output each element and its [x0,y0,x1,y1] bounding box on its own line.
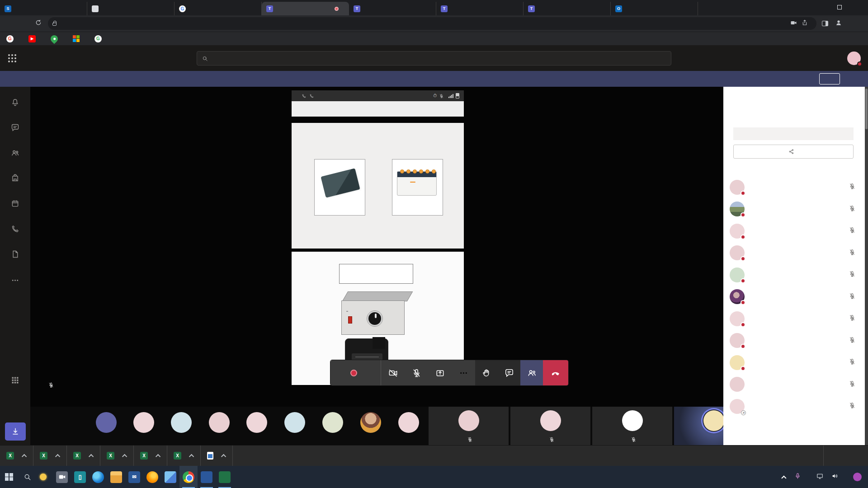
weather-widget[interactable] [36,474,53,480]
tab-close-icon[interactable] [167,8,170,9]
participant-row[interactable] [723,220,865,242]
download-menu-icon[interactable] [22,454,27,459]
show-participants-button[interactable] [520,360,543,385]
sidebar-item-apps[interactable] [0,368,30,394]
download-menu-icon[interactable] [55,454,60,459]
reload-button[interactable] [31,19,46,28]
camera-in-use-icon[interactable] [790,19,797,28]
start-button[interactable] [0,466,18,488]
tab-close-icon[interactable] [516,8,519,9]
dismiss-button[interactable] [819,73,840,84]
download-item[interactable]: X [167,446,201,466]
sidebar-item-teams[interactable] [0,141,30,166]
get-desktop-app-button[interactable] [5,422,26,441]
sidebar-item-more[interactable] [0,267,30,293]
share-invite-button[interactable] [733,145,854,159]
participant-avatar[interactable] [322,412,343,433]
download-menu-icon[interactable] [89,454,94,459]
sidebar-item-assignments[interactable] [0,166,30,192]
tab-innovation-active[interactable]: T [262,2,349,15]
download-item[interactable]: X [0,446,33,466]
maximize-button[interactable] [830,5,849,11]
participant-avatar-photo[interactable] [360,412,381,433]
overflow-avatar[interactable] [96,412,117,433]
taskbar-chrome[interactable] [179,466,198,488]
participant-avatar[interactable] [209,412,230,433]
tab-google[interactable]: G [175,2,262,15]
taskbar-photos[interactable] [161,466,179,488]
tab-email[interactable]: O [611,2,698,15]
participant-avatar[interactable] [398,412,419,433]
taskbar-firefox[interactable] [143,466,161,488]
tab-meeting-options-3[interactable]: T [524,2,611,15]
participant-row[interactable] [723,242,865,264]
participant-row[interactable] [723,176,865,198]
taskbar-search-button[interactable] [18,466,36,488]
participant-row[interactable]: ✕ [723,395,865,418]
invite-someone-input[interactable] [733,127,854,140]
video-tile-vignesh[interactable] [510,407,591,445]
tab-close-icon[interactable] [429,8,432,9]
sidebar-item-calls[interactable] [0,217,30,242]
participant-row[interactable] [723,264,865,286]
tab-close-icon[interactable] [603,8,607,9]
chat-button[interactable] [498,360,520,385]
bookmark-service-oriented[interactable]: G [94,35,105,42]
mic-off-button[interactable] [405,360,428,385]
share-page-icon[interactable] [801,19,808,28]
tab-close-icon[interactable] [80,8,83,9]
participant-row[interactable] [723,308,865,330]
participant-row[interactable] [723,374,865,396]
download-menu-icon[interactable] [189,454,194,459]
tab-close-icon[interactable] [690,8,694,9]
tab-close-icon[interactable] [254,8,258,9]
bookmark-youtube[interactable]: ▶ [28,35,39,42]
bookmark-mail[interactable] [73,35,83,42]
hang-up-button[interactable] [543,360,568,385]
app-launcher-icon[interactable] [8,54,16,62]
taskbar-file-explorer[interactable] [107,466,125,488]
tab-signed-in[interactable]: S [0,2,87,15]
network-icon[interactable] [816,472,824,482]
teams-profile-avatar[interactable] [847,52,861,65]
taskbar-word[interactable] [198,466,216,488]
bookmark-gmail[interactable]: G [6,35,17,42]
download-item[interactable]: X [33,446,67,466]
more-actions-button[interactable] [452,360,475,385]
download-menu-icon[interactable] [156,454,160,459]
download-menu-icon[interactable] [122,454,127,459]
tab-meeting-options-1[interactable]: T [349,2,436,15]
taskbar-excel[interactable] [216,466,234,488]
download-item[interactable] [201,446,233,466]
taskbar-camera-app[interactable] [53,466,71,488]
taskbar-mail[interactable]: ✉ [125,466,143,488]
participant-row[interactable] [723,330,865,352]
tab-meeting-options-2[interactable]: T [436,2,524,15]
tab-untitled[interactable] [87,2,175,15]
sidebar-item-files[interactable] [0,242,30,267]
profile-icon[interactable] [835,19,843,28]
download-item[interactable]: X [134,446,167,466]
tab-close-icon[interactable] [342,8,345,9]
sidebar-item-chat[interactable] [0,116,30,141]
notification-badge[interactable] [853,473,862,481]
bookmark-maps[interactable] [51,35,61,42]
participant-avatar[interactable] [171,412,192,433]
download-item[interactable]: X [100,446,134,466]
share-screen-button[interactable] [428,360,452,385]
url-input[interactable] [48,17,816,30]
sidebar-item-calendar[interactable] [0,192,30,217]
participant-avatar[interactable] [246,412,267,433]
panel-scrollbar[interactable] [865,87,868,445]
participant-avatar[interactable] [133,412,154,433]
participant-row[interactable] [723,286,865,308]
volume-icon[interactable] [831,472,839,482]
video-tile-dharshini[interactable] [429,407,509,445]
side-panel-icon[interactable] [822,21,828,26]
participant-row[interactable] [723,352,865,374]
download-menu-icon[interactable] [221,454,226,459]
sidebar-item-activity[interactable] [0,90,30,116]
participant-avatar[interactable] [284,412,305,433]
download-item[interactable]: X [67,446,100,466]
taskbar-your-phone-app[interactable]: ▯ [71,466,89,488]
